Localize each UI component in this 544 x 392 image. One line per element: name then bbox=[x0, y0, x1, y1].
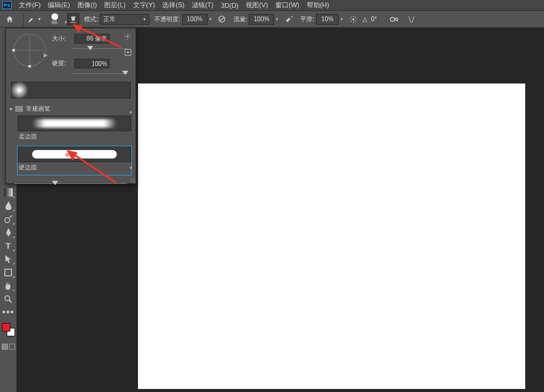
app-logo: Ps bbox=[2, 1, 11, 9]
brush-angle-value[interactable]: 0° bbox=[371, 16, 377, 22]
brush-hardness-input[interactable] bbox=[74, 59, 110, 68]
preset-group-label: 常规画笔 bbox=[26, 105, 50, 113]
mode-label: 模式: bbox=[84, 15, 98, 24]
flow-input[interactable] bbox=[249, 14, 274, 25]
smoothing-label: 平滑: bbox=[300, 15, 314, 24]
airbrush-toggle[interactable] bbox=[282, 13, 295, 26]
menu-file[interactable]: 文件(F) bbox=[15, 0, 44, 10]
popup-settings-button[interactable] bbox=[123, 32, 132, 41]
path-select-tool[interactable] bbox=[2, 253, 15, 265]
type-tool[interactable]: T bbox=[2, 240, 15, 252]
pressure-size-toggle[interactable] bbox=[388, 13, 401, 26]
brush-size-slider[interactable] bbox=[71, 45, 128, 53]
brush-preset-item[interactable]: 柔边圆 bbox=[17, 115, 132, 145]
chevron-down-icon: ▾ bbox=[143, 17, 146, 22]
svg-point-3 bbox=[395, 18, 398, 21]
menu-view[interactable]: 视图(V) bbox=[242, 0, 272, 10]
pen-tool[interactable] bbox=[2, 226, 15, 238]
menu-image[interactable]: 图像(I) bbox=[74, 0, 100, 10]
flow-label: 流量: bbox=[234, 15, 247, 24]
folder-icon bbox=[15, 106, 23, 112]
preset-zoom-slider[interactable] bbox=[15, 180, 127, 188]
foreground-color-swatch[interactable] bbox=[2, 323, 10, 332]
brush-hardness-slider[interactable] bbox=[71, 70, 128, 77]
brush-tip-preview-icon bbox=[51, 13, 58, 20]
chevron-down-icon: ▾ bbox=[65, 20, 67, 24]
svg-line-9 bbox=[9, 300, 11, 302]
quickmask-mode-button[interactable] bbox=[9, 344, 15, 350]
current-tool-icon[interactable] bbox=[26, 14, 37, 25]
hardness-label: 硬度: bbox=[52, 59, 71, 68]
size-label: 大小: bbox=[52, 34, 71, 43]
svg-point-2 bbox=[390, 17, 395, 21]
menu-edit[interactable]: 编辑(E) bbox=[44, 0, 74, 10]
menu-3d[interactable]: 3D(D) bbox=[217, 1, 242, 10]
brush-size-readout: 86 bbox=[51, 20, 57, 25]
scroll-down-icon[interactable]: ▾ bbox=[129, 165, 132, 171]
menu-bar: Ps 文件(F) 编辑(E) 图像(I) 图层(L) 文字(Y) 选择(S) 滤… bbox=[0, 0, 544, 11]
chevron-down-icon[interactable]: ▾ bbox=[276, 17, 278, 22]
symmetry-button[interactable] bbox=[405, 13, 418, 26]
smoothing-options-button[interactable] bbox=[347, 13, 360, 26]
angle-icon: △ bbox=[362, 16, 367, 22]
preset-group-header[interactable]: ▾ 常规画笔 bbox=[10, 105, 132, 113]
svg-rect-4 bbox=[4, 188, 13, 197]
brush-preset-list: 柔边圆 硬边圆 bbox=[17, 115, 132, 175]
color-swatches[interactable] bbox=[2, 323, 15, 336]
edit-toolbar-button[interactable]: ••• bbox=[2, 306, 15, 318]
menu-select[interactable]: 选择(S) bbox=[159, 0, 188, 10]
hand-tool[interactable] bbox=[2, 279, 15, 292]
shape-tool[interactable] bbox=[2, 266, 15, 278]
brush-preset-item[interactable]: 硬边圆 bbox=[17, 146, 132, 175]
svg-rect-7 bbox=[5, 269, 11, 276]
chevron-down-icon[interactable]: ▾ bbox=[341, 17, 343, 22]
standard-mode-button[interactable] bbox=[2, 344, 8, 350]
brush-preset-label: 硬边圆 bbox=[19, 163, 131, 172]
chevron-down-icon[interactable]: ▾ bbox=[38, 16, 44, 22]
svg-point-1 bbox=[352, 18, 355, 21]
brush-preset-picker-button[interactable]: 86 ▾ bbox=[47, 13, 62, 25]
svg-line-6 bbox=[10, 215, 12, 218]
brush-tip-preview-icon bbox=[10, 81, 28, 99]
annotation-marker-icon bbox=[65, 153, 69, 157]
brush-angle-widget[interactable] bbox=[13, 34, 46, 67]
svg-point-8 bbox=[5, 296, 10, 301]
options-bar: ▾ 86 ▾ 模式: 正常 ▾ 不透明度: ▾ 流量: ▾ 平滑: ▾ △ 0° bbox=[0, 11, 544, 28]
gradient-tool[interactable] bbox=[2, 186, 15, 198]
popup-resize-handle[interactable] bbox=[130, 178, 135, 183]
svg-point-10 bbox=[127, 36, 129, 38]
chevron-down-icon[interactable]: ▾ bbox=[209, 17, 212, 22]
menu-help[interactable]: 帮助(H) bbox=[303, 0, 333, 10]
soft-round-stroke-icon bbox=[32, 119, 117, 128]
svg-point-5 bbox=[5, 218, 10, 223]
menu-filter[interactable]: 滤镜(T) bbox=[188, 0, 217, 10]
brush-preset-popup: ▶ 大小: 硬度: ▾ 常规画笔 ▴ bbox=[5, 28, 136, 184]
pressure-opacity-toggle[interactable] bbox=[215, 13, 229, 26]
home-button[interactable] bbox=[4, 13, 16, 25]
brush-stroke-preview bbox=[11, 82, 131, 99]
chevron-down-icon: ▾ bbox=[10, 106, 12, 112]
blend-mode-select[interactable]: 正常 ▾ bbox=[100, 14, 149, 25]
hard-round-stroke-icon bbox=[32, 150, 117, 158]
blur-tool[interactable] bbox=[2, 200, 15, 212]
scroll-up-icon[interactable]: ▴ bbox=[129, 109, 132, 114]
zoom-tool[interactable] bbox=[2, 293, 15, 305]
smoothing-input[interactable] bbox=[316, 14, 339, 25]
menu-type[interactable]: 文字(Y) bbox=[129, 0, 159, 10]
blend-mode-value: 正常 bbox=[103, 15, 116, 24]
divider bbox=[23, 13, 24, 26]
arrow-right-icon: ▶ bbox=[44, 52, 48, 58]
menu-window[interactable]: 窗口(W) bbox=[272, 0, 303, 10]
brush-size-input[interactable] bbox=[74, 34, 110, 44]
brush-panel-toggle[interactable] bbox=[67, 13, 79, 25]
opacity-input[interactable] bbox=[182, 14, 208, 25]
opacity-label: 不透明度: bbox=[154, 15, 180, 24]
brush-preset-label: 柔边圆 bbox=[19, 132, 131, 141]
menu-layer[interactable]: 图层(L) bbox=[100, 0, 129, 10]
dodge-tool[interactable] bbox=[2, 213, 15, 225]
canvas[interactable] bbox=[138, 83, 525, 389]
